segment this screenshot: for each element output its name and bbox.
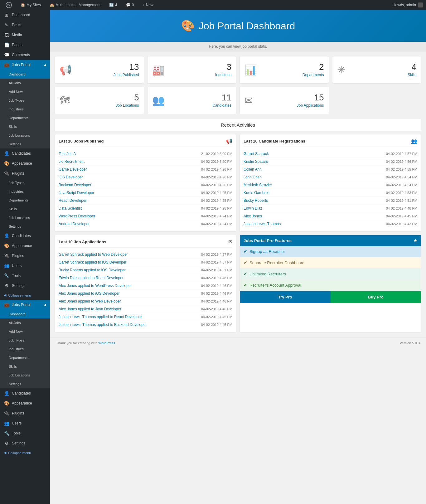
skills-icon: ✳ (337, 64, 346, 76)
skills-number: 4 (408, 63, 416, 71)
updates-link[interactable]: 🔄 4 (107, 0, 120, 10)
sidebar-item-media[interactable]: 🖼 Media (0, 30, 50, 40)
sidebar-item-jp2-job-types[interactable]: Job Types (0, 178, 50, 187)
sidebar-item-jp3-job-types[interactable]: Job Types (0, 336, 50, 345)
sidebar-item-plugins3[interactable]: 🔌 Plugins (0, 408, 50, 418)
list-item: John Chen 04-02-2019 4:54 PM (244, 173, 417, 181)
list-item: Merideth Strozier 04-02-2019 4:54 PM (244, 181, 417, 189)
sidebar-item-tools[interactable]: 🔧 Tools (0, 271, 50, 281)
list-item: Kurtis Gambrell 04-02-2019 4:53 PM (244, 189, 417, 197)
sidebar-item-jp3-dashboard[interactable]: Dashboard (0, 310, 50, 318)
sidebar-item-plugins[interactable]: 🔌 Plugins (0, 168, 50, 178)
sidebar-item-pages[interactable]: 📄 Pages (0, 40, 50, 50)
jobs-published-header-icon: 📢 (226, 138, 232, 144)
job-applications-label: Job Applications (297, 103, 324, 108)
site-name-link[interactable]: 🏫 Multi Institute Management (47, 0, 103, 10)
sidebar-item-jp-departments[interactable]: Departments (0, 114, 50, 122)
industries-number: 3 (215, 63, 231, 71)
sidebar-item-jp-all-jobs[interactable]: All Jobs (0, 79, 50, 87)
stat-skills: ✳ 4 Skills (332, 56, 422, 84)
sidebar-item-settings3[interactable]: ⚙ Settings (0, 438, 50, 448)
sidebar-item-dashboard[interactable]: ⊞ Dashboard (0, 10, 50, 20)
sidebar-item-posts[interactable]: ✎ Posts (0, 20, 50, 30)
sidebar-item-users[interactable]: 👥 Users (0, 261, 50, 271)
settings3-icon: ⚙ (4, 441, 9, 446)
megaphone-icon: 📢 (60, 64, 72, 76)
my-sites-link[interactable]: 🏠 My Sites (18, 0, 43, 10)
list-item: Backend Developer 04-02-2019 4:26 PM (59, 181, 232, 189)
sidebar-item-appearance[interactable]: 🎨 Appearance (0, 158, 50, 168)
collapse-menu-button[interactable]: ◀ Collapse menu (0, 291, 50, 300)
wp-logo-link[interactable]: W (3, 0, 14, 10)
sidebar-item-jobs-portal[interactable]: 💼 Jobs Portal ◀ (0, 60, 50, 70)
sidebar-item-jp3-settings[interactable]: Settings (0, 380, 50, 388)
sidebar-item-candidates[interactable]: 👤 Candidates (0, 148, 50, 158)
sidebar-item-jp-dashboard[interactable]: Dashboard (0, 70, 50, 79)
footer-text: Thank you for creating with WordPress . (56, 341, 117, 345)
list-item: Kristin Spataro 04-02-2019 4:56 PM (244, 158, 417, 166)
sidebar-item-jp-add-new[interactable]: Add New (0, 87, 50, 96)
sidebar-item-candidates2[interactable]: 👤 Candidates (0, 231, 50, 241)
wordpress-link[interactable]: WordPress (98, 341, 115, 345)
sidebar-item-plugins2[interactable]: 🔌 Plugins (0, 251, 50, 261)
pages-icon: 📄 (4, 42, 9, 47)
sidebar-item-users3[interactable]: 👥 Users (0, 418, 50, 428)
sidebar-item-jp-settings[interactable]: Settings (0, 140, 50, 148)
sidebar-item-settings[interactable]: ⚙ Settings (0, 281, 50, 291)
comments-link[interactable]: 💬 0 (123, 0, 137, 10)
industries-label: Industries (215, 73, 231, 77)
sidebar-item-tools3[interactable]: 🔧 Tools (0, 428, 50, 438)
sidebar-item-appearance2[interactable]: 🎨 Appearance (0, 241, 50, 251)
sidebar-item-comments[interactable]: 💬 Comments (0, 50, 50, 60)
dashboard-icon: ⊞ (4, 12, 9, 17)
site-name-icon: 🏫 (50, 3, 54, 7)
sidebar-item-jp3-industries[interactable]: Industries (0, 345, 50, 353)
job-applications-card-title: Last 10 Job Applications (59, 240, 106, 244)
check-icon1: ✔ (244, 249, 247, 254)
sidebar-item-jp-job-locations[interactable]: Job Locations (0, 131, 50, 140)
collapse-menu-button2[interactable]: ◀ Collapse menu (0, 448, 50, 457)
sidebar-item-jp2-departments[interactable]: Departments (0, 196, 50, 205)
list-item: Jio Recruitment 04-02-2019 5:20 PM (59, 158, 232, 166)
try-pro-button[interactable]: Try Pro (240, 291, 331, 303)
new-content-link[interactable]: + New (140, 0, 156, 10)
my-sites-icon: 🏠 (21, 3, 25, 7)
sidebar-item-jp3-departments[interactable]: Departments (0, 353, 50, 362)
list-item: Joseph Lewis Thomas applied to Backend D… (59, 321, 232, 328)
jobs-portal-submenu2: Job Types Industries Departments Skills … (0, 178, 50, 231)
list-item: JavaScript Developer 04-02-2019 4:25 PM (59, 189, 232, 197)
industry-icon: 🏭 (152, 64, 165, 76)
sidebar-item-jp3-all-jobs[interactable]: All Jobs (0, 318, 50, 327)
list-item: WordPress Developer 04-02-2019 4:24 PM (59, 212, 232, 220)
settings-icon: ⚙ (4, 283, 9, 288)
sidebar-item-jp2-settings[interactable]: Settings (0, 222, 50, 231)
sidebar-item-jp3-job-locations[interactable]: Job Locations (0, 371, 50, 380)
sidebar-item-jp2-job-locations[interactable]: Job Locations (0, 213, 50, 222)
sidebar-item-jp2-skills[interactable]: Skills (0, 205, 50, 213)
plugins-icon: 🔌 (4, 171, 9, 176)
activities-grid: Last 10 Jobs Published 📢 Test Job A 21-0… (50, 134, 426, 232)
list-item: Garret Schrack 04-02-2019 4:57 PM (244, 150, 417, 158)
sidebar-item-jp3-skills[interactable]: Skills (0, 362, 50, 371)
check-icon4: ✔ (244, 283, 247, 288)
departments-icon: 📊 (244, 64, 257, 76)
candidates-header-icon: 👥 (411, 138, 417, 144)
dashboard-title: Job Portal Dashboard (199, 20, 295, 32)
sidebar-item-jp-skills[interactable]: Skills (0, 122, 50, 131)
sidebar-item-jp-job-types[interactable]: Job Types (0, 96, 50, 105)
tools3-icon: 🔧 (4, 431, 9, 436)
sidebar-item-jobs-portal2[interactable]: 💼 Jobs Portal ◀ (0, 300, 50, 310)
tools-icon: 🔧 (4, 273, 9, 278)
sidebar-item-candidates3[interactable]: 👤 Candidates (0, 388, 50, 398)
appearance3-icon: 🎨 (4, 401, 9, 406)
jobs-portal-submenu: Dashboard All Jobs Add New Job Types Ind… (0, 70, 50, 148)
sidebar-item-jp2-industries[interactable]: Industries (0, 187, 50, 196)
version-text: Version 5.0.3 (400, 341, 420, 345)
sidebar-item-appearance3[interactable]: 🎨 Appearance (0, 398, 50, 408)
buy-pro-button[interactable]: Buy Pro (331, 291, 421, 303)
check-icon3: ✔ (244, 272, 247, 276)
sidebar-item-jp-industries[interactable]: Industries (0, 105, 50, 114)
stat-industries: 🏭 3 Industries (147, 56, 237, 84)
user-avatar (418, 2, 423, 7)
sidebar-item-jp3-add-new[interactable]: Add New (0, 327, 50, 336)
